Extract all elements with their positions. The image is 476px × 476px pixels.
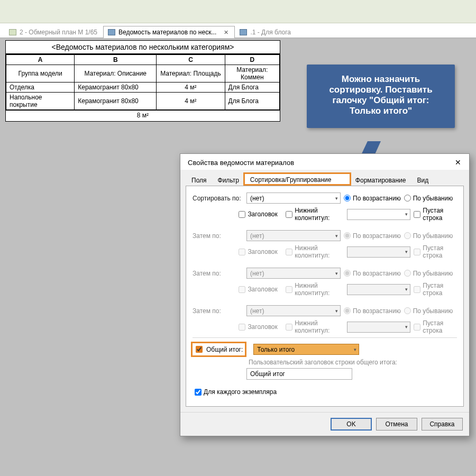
ok-button[interactable]: OK	[331, 418, 372, 431]
col-letter[interactable]: A	[6, 55, 75, 65]
tab-fields[interactable]: Поля	[186, 173, 213, 186]
col-letter[interactable]: D	[225, 55, 279, 65]
sort-by-select[interactable]: (нет)▾	[246, 193, 341, 204]
dialog-title: Свойства ведомости материалов	[188, 159, 294, 167]
grand-total-select[interactable]: Только итого▾	[253, 344, 359, 355]
then-by-select[interactable]: (нет)▾	[246, 268, 341, 279]
then-by-label: Затем по:	[193, 232, 243, 240]
custom-title-label: Пользовательский заголовок строки общего…	[249, 359, 457, 366]
desc-radio[interactable]: По убыванию	[404, 270, 453, 277]
dialog-tabs: Поля Фильтр Сортировка/Группирование Фор…	[186, 173, 464, 186]
asc-radio[interactable]: По возрастанию	[344, 270, 401, 277]
sort-by-label: Сортировать по:	[193, 195, 243, 202]
then-by-label: Затем по:	[193, 270, 243, 277]
tab-formatting[interactable]: Форматирование	[350, 173, 412, 186]
desc-radio[interactable]: По убыванию	[404, 307, 453, 315]
col-letter[interactable]: B	[75, 55, 157, 65]
footer-select[interactable]: ▾	[347, 209, 410, 220]
tab-schedule[interactable]: Ведомость материалов по неск... ✕	[103, 26, 235, 38]
each-instance-checkbox[interactable]: Для каждого экземпляра	[195, 388, 277, 396]
grand-total-title-input[interactable]	[246, 368, 352, 380]
tab-sort-group[interactable]: Сортировка/Группирование	[244, 173, 350, 185]
col-header[interactable]: Группа модели	[6, 65, 75, 83]
schedule-total: 8 м²	[6, 110, 280, 121]
ribbon-area	[0, 0, 476, 23]
blank-line-checkbox[interactable]: Пустая строка	[414, 319, 457, 334]
blank-line-checkbox[interactable]: Пустая строка	[414, 207, 457, 222]
blank-line-checkbox[interactable]: Пустая строка	[414, 282, 457, 297]
cancel-button[interactable]: Отмена	[376, 418, 417, 431]
close-icon[interactable]: ✕	[452, 158, 464, 167]
then-by-select[interactable]: (нет)▾	[246, 305, 341, 316]
blank-line-checkbox[interactable]: Пустая строка	[414, 244, 457, 259]
view-tabbar: 2 - Обмерный план М 1/65 Ведомость матер…	[0, 23, 476, 38]
schedule-panel: <Ведомость материалов по нескольким кате…	[5, 40, 280, 122]
schedule-title: <Ведомость материалов по нескольким кате…	[6, 41, 280, 54]
footer-checkbox[interactable]: Нижний колонтитул:	[286, 207, 344, 222]
header-checkbox[interactable]: Заголовок	[239, 210, 277, 218]
header-checkbox[interactable]: Заголовок	[239, 323, 277, 331]
help-button[interactable]: Справка	[422, 418, 463, 431]
table-row[interactable]: Отделка Керамогранит 80х80 4 м² Для Блог…	[6, 83, 280, 93]
sort-pane: Сортировать по: (нет)▾ По возрастанию По…	[186, 186, 464, 407]
schedule-table: A B C D Группа модели Материал: Описание…	[6, 54, 280, 110]
tab-label: .1 - Для блога	[250, 29, 291, 36]
asc-radio[interactable]: По возрастанию	[344, 307, 401, 315]
schedule-icon	[108, 29, 115, 35]
asc-radio[interactable]: По возрастанию	[344, 232, 401, 240]
tab-filter[interactable]: Фильтр	[212, 173, 245, 186]
canvas: <Ведомость материалов по нескольким кате…	[0, 38, 476, 476]
desc-radio[interactable]: По убыванию	[404, 232, 453, 240]
col-header[interactable]: Материал: Коммен	[225, 65, 279, 83]
view-icon	[9, 29, 16, 35]
header-checkbox[interactable]: Заголовок	[239, 248, 277, 255]
close-icon[interactable]: ✕	[223, 29, 229, 35]
footer-select[interactable]: ▾	[347, 322, 410, 333]
tab-view[interactable]: Вид	[411, 173, 434, 186]
then-by-select[interactable]: (нет)▾	[246, 230, 341, 241]
asc-radio[interactable]: По возрастанию	[344, 195, 401, 202]
tab-floorplan[interactable]: 2 - Обмерный план М 1/65	[4, 26, 103, 38]
dialog-buttons: OK Отмена Справка	[180, 412, 469, 436]
col-header[interactable]: Материал: Площадь	[157, 65, 225, 83]
tab-blog[interactable]: .1 - Для блога	[235, 26, 297, 38]
schedule-properties-dialog: Свойства ведомости материалов ✕ Поля Фил…	[180, 153, 470, 436]
footer-checkbox[interactable]: Нижний колонтитул:	[286, 282, 344, 297]
footer-select[interactable]: ▾	[347, 284, 410, 295]
col-letter[interactable]: C	[157, 55, 225, 65]
tab-label: 2 - Обмерный план М 1/65	[20, 29, 97, 36]
table-row[interactable]: Напольное покрытие Керамогранит 80х80 4 …	[6, 93, 280, 110]
footer-select[interactable]: ▾	[347, 246, 410, 258]
footer-checkbox[interactable]: Нижний колонтитул:	[286, 319, 344, 334]
grand-total-checkbox[interactable]: Общий итог:	[193, 343, 245, 355]
col-header[interactable]: Материал: Описание	[75, 65, 157, 83]
tab-label: Ведомость материалов по неск...	[118, 29, 216, 36]
desc-radio[interactable]: По убыванию	[404, 195, 453, 202]
then-by-label: Затем по:	[193, 307, 243, 315]
footer-checkbox[interactable]: Нижний колонтитул:	[286, 244, 344, 259]
schedule-icon	[240, 29, 247, 35]
header-checkbox[interactable]: Заголовок	[239, 286, 277, 293]
annotation-callout: Можно назначить сортировку. Поставить га…	[307, 65, 455, 128]
